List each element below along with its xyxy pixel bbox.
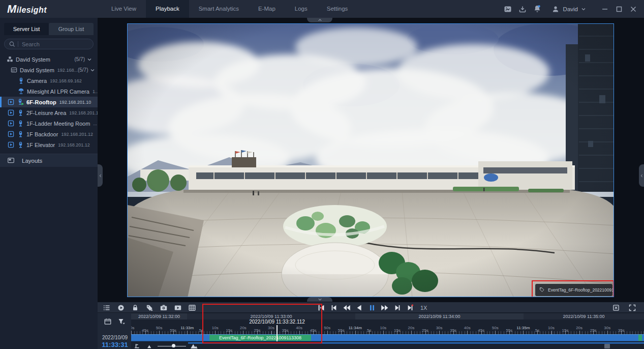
collapse-left-handle[interactable] [98, 164, 103, 187]
timeline-event-sliver [638, 335, 642, 341]
gallery-icon[interactable] [503, 5, 512, 14]
collapse-bottom-handle[interactable] [307, 297, 332, 302]
next-event-button[interactable] [405, 303, 415, 312]
download-icon[interactable] [518, 5, 527, 14]
chevron-down-icon[interactable] [86, 56, 93, 63]
timeline-header-2[interactable]: 2022/10/09 11:34:00 [355, 313, 524, 319]
slider-thumb[interactable] [172, 344, 175, 347]
timeline-zoom-out-button[interactable] [145, 341, 155, 349]
nav-item-playback[interactable]: Playback [146, 0, 189, 18]
ruler-tick [145, 331, 146, 334]
ruler-label: 20s [240, 326, 247, 330]
tab-group-list[interactable]: Group List [49, 23, 94, 35]
tag-marker-icon[interactable] [132, 341, 142, 349]
filter-button[interactable] [116, 316, 126, 326]
ruler-tick [523, 331, 524, 334]
timeline-ruler[interactable]: 40s45s50s55s11:33m5s10s15s20s25s30s35s40… [131, 326, 644, 334]
ruler-label: 11:34m [349, 326, 362, 330]
tree-item-label: 2F-Leisure Area [26, 110, 66, 116]
timeline-zoom-in-button[interactable] [189, 341, 199, 349]
ruler-tick [243, 331, 243, 334]
ruler-tick [425, 331, 426, 334]
tree-item-milesight-ai-lpr-camera[interactable]: Milesight AI LPR Camera1... [0, 86, 98, 97]
brand-text: Milesight [7, 3, 47, 16]
channel-play-icon [7, 120, 15, 127]
timeline-event-segment[interactable]: EventTag_6F-Rooftop_20221009113308 [209, 335, 311, 341]
tree-item-1f-elevator[interactable]: 1F Elevator192.168.201.12 [0, 139, 98, 150]
next-frame-button[interactable] [392, 303, 402, 312]
event-tag-overlay[interactable]: EventTag_6F-Rooftop_20221009113308 [535, 284, 612, 296]
nvr-icon [10, 66, 18, 74]
ruler-tick [481, 331, 482, 334]
tab-server-list[interactable]: Server List [4, 23, 49, 35]
ruler-tick [271, 331, 272, 334]
playback-speed[interactable]: 1X [420, 305, 427, 311]
nav-item-logs[interactable]: Logs [285, 0, 317, 18]
smart-search-icon[interactable] [116, 303, 126, 312]
ruler-tick [509, 331, 510, 334]
ruler-tick [383, 331, 384, 334]
skip-start-button[interactable] [316, 303, 326, 312]
fullscreen-icon[interactable] [627, 303, 637, 312]
sidebar-item-layouts[interactable]: Layouts [0, 154, 98, 167]
ruler-tick [439, 331, 440, 334]
nav-item-settings[interactable]: Settings [317, 0, 358, 18]
topbar-actions: David [498, 0, 644, 18]
nav-item-smart-analytics[interactable]: Smart Analytics [189, 0, 249, 18]
add-tag-icon[interactable] [144, 303, 154, 312]
tree-item-david-system[interactable]: David System192.168...(5/7) [0, 65, 98, 75]
play-backward-button[interactable] [354, 303, 364, 312]
grid-icon[interactable] [187, 303, 197, 312]
timeline-zoom-slider[interactable] [158, 342, 186, 349]
prev-frame-button[interactable] [329, 303, 339, 312]
ruler-label: 30s [604, 326, 610, 330]
tree-item-1f-ladder-meeting-room[interactable]: 1F-Ladder Meeting Room... [0, 118, 98, 129]
search-box[interactable] [4, 39, 94, 49]
pause-button[interactable] [367, 303, 377, 312]
timeline-header-3[interactable]: 2022/10/09 11:35:00 [524, 313, 644, 319]
maximize-button[interactable] [615, 5, 624, 14]
timeline-header-0[interactable]: 2022/10/09 11:32:00 [131, 313, 187, 319]
close-button[interactable] [629, 5, 638, 14]
nav-item-live-view[interactable]: Live View [102, 0, 146, 18]
playhead[interactable] [277, 325, 278, 341]
stop-all-icon[interactable] [611, 303, 621, 312]
clip-icon[interactable] [173, 303, 182, 312]
ruler-label: 50s [156, 326, 163, 330]
timeline-event-label: EventTag_6F-Rooftop_20221009113308 [219, 335, 301, 340]
tree-item-6f-rooftop[interactable]: 6F-Rooftop192.168.201.10 [0, 97, 98, 107]
fast-forward-button[interactable] [380, 303, 389, 312]
camera-scene [128, 24, 614, 297]
ruler-label: 10s [380, 326, 386, 330]
calendar-button[interactable] [103, 316, 112, 326]
tree-item-address: 192.168.201.12 [58, 142, 90, 148]
ruler-label: 20s [408, 326, 415, 330]
video-player[interactable]: EventTag_6F-Rooftop_20221009113308 [127, 23, 614, 297]
event-list-icon[interactable] [102, 303, 111, 312]
user-menu[interactable]: David [551, 5, 587, 14]
minimize-button[interactable] [600, 5, 609, 14]
ruler-tick [229, 331, 230, 334]
lock-icon[interactable] [130, 303, 140, 312]
user-name: David [563, 6, 578, 12]
tree-item-david-system[interactable]: David System(5/7) [0, 54, 98, 65]
collapse-right-handle[interactable] [639, 164, 644, 187]
timeline-scrollbar[interactable] [604, 344, 610, 348]
timeline-track[interactable]: EventTag_6F-Rooftop_20221009113308 [131, 334, 644, 341]
ruler-tick [257, 331, 258, 334]
ruler-tick [313, 331, 314, 334]
nav-item-e-map[interactable]: E-Map [249, 0, 285, 18]
main-nav: Live ViewPlaybackSmart AnalyticsE-MapLog… [102, 0, 357, 18]
tree-item-address: 192.168.69.162 [50, 78, 82, 83]
tree-item-camera[interactable]: Camera192.168.69.162 [0, 75, 98, 86]
tree-item-1f-backdoor[interactable]: 1F Backdoor192.168.201.12 [0, 129, 98, 139]
tree-item-label: 1F Elevator [26, 142, 55, 148]
search-input[interactable] [22, 41, 78, 47]
notification-bell-icon[interactable] [533, 5, 542, 14]
chevron-down-icon[interactable] [89, 67, 96, 73]
collapse-top-handle[interactable] [307, 18, 332, 22]
rewind-button[interactable] [342, 303, 351, 312]
tree-item-2f-leisure-area[interactable]: 2F-Leisure Area192.168.201.11 [0, 107, 98, 118]
snapshot-icon[interactable] [159, 303, 168, 312]
ruler-tick [537, 331, 538, 334]
